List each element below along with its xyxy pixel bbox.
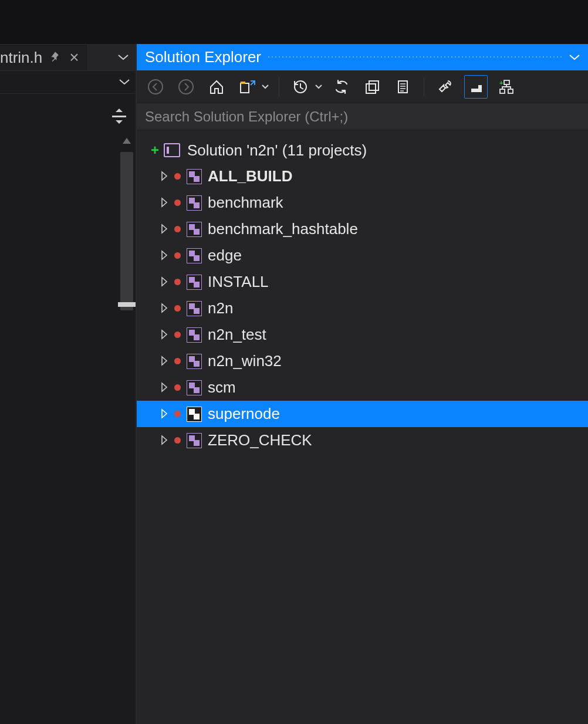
source-control-status-icon (174, 384, 181, 391)
svg-rect-13 (508, 89, 513, 93)
project-label: ALL_BUILD (208, 167, 292, 185)
cpp-project-icon (187, 354, 202, 369)
solution-explorer-titlebar[interactable]: Solution Explorer (137, 44, 588, 70)
project-label: edge (208, 246, 242, 265)
expand-icon[interactable] (160, 378, 168, 397)
preview-selected-items-button[interactable] (464, 75, 488, 99)
svg-text:+: + (499, 79, 503, 86)
svg-point-2 (179, 80, 193, 94)
expand-icon[interactable] (160, 220, 168, 238)
sync-button[interactable] (330, 75, 353, 99)
editor-tab-label: ntrin.h (0, 49, 42, 67)
expand-icon[interactable] (160, 326, 168, 344)
expand-icon[interactable] (160, 167, 168, 185)
close-icon[interactable]: × (67, 49, 81, 66)
svg-rect-9 (471, 89, 482, 92)
properties-button[interactable] (434, 75, 457, 99)
svg-rect-0 (112, 116, 126, 117)
project-node[interactable]: n2n_test (137, 322, 588, 348)
project-node[interactable]: ZERO_CHECK (137, 427, 588, 454)
solution-explorer-toolbar: + (137, 70, 588, 103)
scroll-up-icon[interactable] (118, 132, 136, 150)
nav-back-button[interactable] (144, 75, 167, 99)
project-label: benchmark (208, 194, 283, 212)
svg-rect-11 (504, 80, 509, 84)
cpp-project-icon (187, 222, 202, 237)
project-node[interactable]: ALL_BUILD (137, 163, 588, 190)
solution-tree: + Solution 'n2n' (11 projects) ALL_BUILD… (137, 130, 588, 454)
solution-label: Solution 'n2n' (11 projects) (187, 141, 367, 160)
cpp-project-icon (187, 327, 202, 343)
svg-rect-4 (241, 82, 245, 84)
source-control-status-icon (174, 199, 181, 206)
navbar-dropdown-icon[interactable] (119, 77, 130, 87)
svg-rect-10 (478, 85, 482, 89)
svg-rect-6 (366, 84, 376, 93)
titlebar-grip[interactable] (267, 55, 563, 60)
editor-scrollbar[interactable] (118, 132, 136, 724)
project-label: supernode (208, 405, 280, 423)
project-node[interactable]: benchmark_hashtable (137, 216, 588, 242)
show-all-files-button[interactable] (391, 75, 414, 99)
expand-icon[interactable] (160, 352, 168, 370)
collapse-all-button[interactable] (360, 75, 384, 99)
source-control-status-icon (174, 305, 181, 312)
tab-overflow-dropdown[interactable] (114, 44, 132, 70)
view-class-diagram-button[interactable]: + (495, 75, 518, 99)
scrollbar-thumb[interactable] (120, 152, 133, 310)
cpp-project-icon (187, 380, 202, 395)
project-label: n2n_test (208, 326, 266, 344)
project-node[interactable]: INSTALL (137, 269, 588, 295)
switch-views-dropdown[interactable] (261, 75, 269, 99)
project-node[interactable]: scm (137, 374, 588, 401)
pending-changes-filter-button[interactable] (289, 75, 312, 99)
toolbar-separator (424, 77, 424, 97)
panel-options-dropdown-icon[interactable] (569, 52, 580, 63)
pending-changes-dropdown[interactable] (315, 75, 323, 99)
cpp-project-icon (187, 407, 202, 422)
cpp-project-icon (187, 275, 202, 290)
svg-rect-12 (500, 89, 505, 93)
pin-icon[interactable] (49, 51, 60, 64)
plus-icon: + (151, 142, 159, 158)
home-button[interactable] (205, 75, 228, 99)
toolbar-separator (279, 77, 279, 97)
cpp-project-icon (187, 433, 202, 448)
cpp-project-icon (187, 195, 202, 211)
cpp-project-icon (187, 169, 202, 184)
project-label: INSTALL (208, 273, 269, 291)
expand-icon[interactable] (160, 299, 168, 317)
project-label: n2n_win32 (208, 352, 282, 370)
project-node[interactable]: benchmark (137, 190, 588, 216)
project-node[interactable]: n2n (137, 295, 588, 322)
source-control-status-icon (174, 331, 181, 338)
svg-rect-7 (369, 81, 379, 90)
solution-node[interactable]: + Solution 'n2n' (11 projects) (137, 137, 588, 163)
scrollbar-mark (118, 302, 136, 307)
switch-views-button[interactable] (235, 75, 259, 99)
solution-icon (164, 143, 180, 157)
editor-pane: ntrin.h × (0, 44, 136, 724)
project-node[interactable]: edge (137, 242, 588, 269)
expand-icon[interactable] (160, 194, 168, 212)
expand-icon[interactable] (160, 405, 168, 423)
source-control-status-icon (174, 358, 181, 364)
nav-forward-button[interactable] (174, 75, 198, 99)
project-label: ZERO_CHECK (208, 431, 312, 449)
expand-icon[interactable] (160, 246, 168, 265)
editor-tab-row: ntrin.h × (0, 44, 136, 70)
split-handle-icon[interactable] (111, 109, 127, 126)
source-control-status-icon (174, 252, 181, 259)
project-label: scm (208, 378, 236, 397)
svg-point-1 (148, 80, 163, 94)
project-node[interactable]: supernode (137, 401, 588, 427)
source-control-status-icon (174, 411, 181, 417)
search-input[interactable] (145, 109, 580, 125)
project-node[interactable]: n2n_win32 (137, 348, 588, 374)
solution-explorer-search[interactable] (137, 103, 588, 130)
source-control-status-icon (174, 279, 181, 285)
expand-icon[interactable] (160, 431, 168, 449)
expand-icon[interactable] (160, 273, 168, 291)
editor-tab[interactable]: ntrin.h × (0, 44, 88, 70)
cpp-project-icon (187, 301, 202, 316)
